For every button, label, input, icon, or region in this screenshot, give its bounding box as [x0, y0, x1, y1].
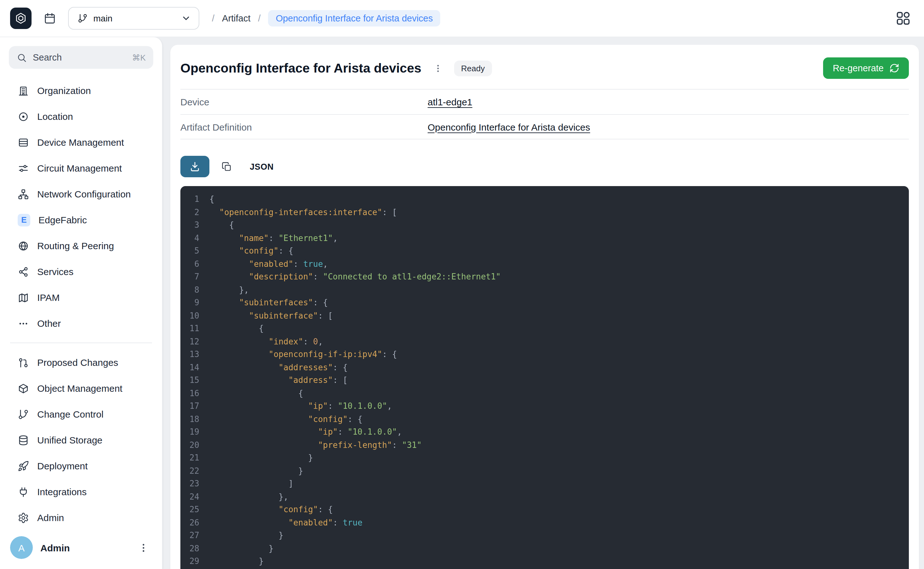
search-input[interactable]: Search ⌘K — [9, 46, 153, 69]
details-table: Device atl1-edge1 Artifact Definition Op… — [180, 89, 909, 139]
code-line: 3 { — [180, 219, 909, 232]
line-number: 19 — [180, 426, 210, 439]
sidebar-item-integrations[interactable]: Integrations — [9, 479, 153, 505]
format-json-button[interactable]: JSON — [243, 157, 280, 176]
line-number: 2 — [180, 206, 210, 219]
sidebar-item-admin[interactable]: Admin — [9, 505, 153, 531]
hexagon-logo-icon — [15, 12, 27, 24]
device-management-icon — [18, 137, 29, 148]
code-line: 15 "address": [ — [180, 374, 909, 387]
services-icon — [18, 266, 29, 277]
page-title: Openconfig Interface for Arista devices — [180, 61, 421, 76]
line-number: 18 — [180, 413, 210, 426]
line-number: 11 — [180, 323, 210, 335]
artifact-definition-link[interactable]: Openconfig Interface for Arista devices — [428, 122, 590, 132]
code-text: "ip": "10.1.0.0", — [210, 426, 402, 439]
sidebar-item-location[interactable]: Location — [9, 103, 153, 129]
apps-grid-icon — [895, 10, 911, 26]
code-text: "name": "Ethernet1", — [210, 232, 338, 245]
code-line: 16 { — [180, 387, 909, 400]
copy-button[interactable] — [216, 156, 237, 177]
proposed-changes-icon — [18, 357, 29, 368]
code-line: 17 "ip": "10.1.0.0", — [180, 400, 909, 413]
sidebar-item-deployment[interactable]: Deployment — [9, 453, 153, 479]
app-logo[interactable] — [10, 8, 32, 29]
code-line: 23 ] — [180, 478, 909, 490]
sidebar-item-network-configuration[interactable]: Network Configuration — [9, 181, 153, 207]
sidebar-item-label: Integrations — [37, 486, 87, 497]
line-number: 26 — [180, 516, 210, 529]
title-menu-button[interactable] — [430, 61, 445, 76]
code-text: "openconfig-interfaces:interface": [ — [210, 206, 397, 219]
object-management-icon — [18, 383, 29, 394]
sidebar-item-object-management[interactable]: Object Management — [9, 375, 153, 401]
code-text: "index": 0, — [210, 335, 323, 348]
sidebar-nav-primary: Organization Location Device Management — [9, 78, 153, 336]
calendar-icon — [44, 12, 56, 24]
breadcrumb-section[interactable]: Artifact — [222, 13, 251, 23]
code-text: "config": { — [210, 504, 333, 516]
line-number: 8 — [180, 283, 210, 297]
code-line: 13 "openconfig-if-ip:ipv4": { — [180, 348, 909, 361]
ipam-icon — [18, 292, 29, 303]
device-link[interactable]: atl1-edge1 — [428, 96, 473, 107]
download-button[interactable] — [180, 156, 210, 177]
other-icon — [18, 318, 29, 329]
search-icon — [17, 52, 27, 63]
code-line: 6 "enabled": true, — [180, 258, 909, 271]
line-number: 23 — [180, 478, 210, 490]
code-text: "enabled": true — [210, 516, 362, 529]
calendar-button[interactable] — [39, 8, 61, 29]
code-text: { — [210, 387, 303, 400]
code-line: 10 "subinterface": [ — [180, 309, 909, 323]
sidebar-item-proposed-changes[interactable]: Proposed Changes — [9, 350, 153, 375]
user-name: Admin — [40, 542, 70, 553]
sidebar-item-unified-storage[interactable]: Unified Storage — [9, 427, 153, 453]
regenerate-button[interactable]: Re-generate — [824, 58, 909, 79]
code-text: "openconfig-if-ip:ipv4": { — [210, 348, 397, 361]
branch-selector[interactable]: main — [68, 7, 199, 30]
code-text: } — [210, 529, 284, 542]
branch-selector-label[interactable]: main — [69, 13, 173, 23]
sidebar-item-change-control[interactable]: Change Control — [9, 401, 153, 427]
code-line: 5 "config": { — [180, 245, 909, 258]
sidebar-item-services[interactable]: Services — [9, 259, 153, 284]
sidebar-item-device-management[interactable]: Device Management — [9, 129, 153, 155]
user-menu-button[interactable] — [134, 539, 152, 556]
breadcrumb-current[interactable]: Openconfig Interface for Arista devices — [268, 10, 440, 26]
sidebar-item-label: EdgeFabric — [38, 215, 87, 225]
line-number: 1 — [180, 193, 210, 206]
code-text: { — [210, 219, 234, 232]
code-text: "config": { — [210, 413, 362, 426]
code-line: 21 } — [180, 452, 909, 465]
sidebar-item-other[interactable]: Other — [9, 310, 153, 336]
sidebar-item-label: Proposed Changes — [37, 357, 118, 368]
sidebar-item-circuit-management[interactable]: Circuit Management — [9, 155, 153, 181]
branch-caret[interactable] — [173, 13, 199, 23]
sidebar-item-label: Object Management — [37, 383, 122, 394]
line-number: 21 — [180, 452, 210, 465]
sidebar-divider — [10, 342, 152, 343]
avatar[interactable]: A — [10, 536, 33, 559]
sidebar-item-label: Device Management — [37, 137, 124, 148]
change-control-icon — [18, 408, 29, 420]
code-line: 20 "prefix-length": "31" — [180, 439, 909, 452]
branch-name: main — [93, 13, 112, 23]
sidebar-nav-secondary: Proposed Changes Object Management Chang… — [9, 350, 153, 531]
code-text: { — [210, 193, 214, 206]
deployment-icon — [18, 460, 29, 472]
code-text: } — [210, 465, 303, 478]
breadcrumb-separator: / — [258, 13, 260, 23]
apps-grid-button[interactable] — [892, 8, 914, 29]
sidebar-item-label: Other — [37, 318, 61, 329]
sidebar-item-organization[interactable]: Organization — [9, 78, 153, 103]
top-bar: main / Artifact / Openconfig Interface f… — [0, 0, 924, 37]
sidebar-item-label: Change Control — [37, 409, 103, 420]
line-number: 14 — [180, 361, 210, 374]
sidebar-item-ipam[interactable]: IPAM — [9, 284, 153, 310]
sidebar-item-routing-peering[interactable]: Routing & Peering — [9, 233, 153, 259]
sidebar-item-edgefabric[interactable]: E EdgeFabric — [9, 207, 153, 233]
routing-peering-icon — [18, 240, 29, 251]
organization-icon — [18, 85, 29, 96]
sidebar-item-label: Location — [37, 111, 73, 122]
